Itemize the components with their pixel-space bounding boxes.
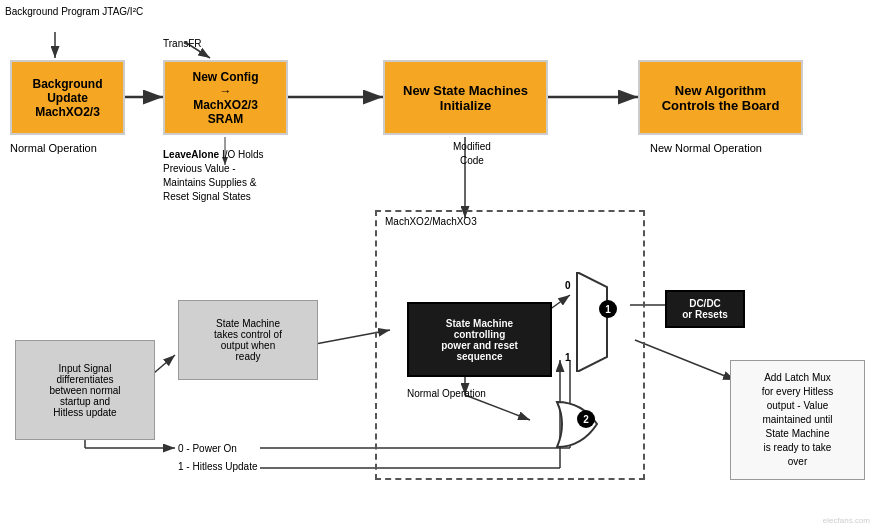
machxo-region: MachXO2/MachXO3 State Machine controllin…	[375, 210, 645, 480]
transfer-label: TransFR	[163, 38, 202, 49]
normal-operation-inner: Normal Operation	[407, 387, 486, 400]
svg-marker-22	[577, 272, 607, 372]
add-latch-box: Add Latch Mux for every Hitless output -…	[730, 360, 865, 480]
input-signal-box: Input Signal differentiates between norm…	[15, 340, 155, 440]
normal-operation-right: New Normal Operation	[650, 142, 762, 154]
state-machine-gray-box: State Machine takes control of output wh…	[178, 300, 318, 380]
new-algorithm-box: New Algorithm Controls the Board	[638, 60, 803, 135]
mux1-zero-label: 0	[565, 280, 571, 291]
new-state-machines-box: New State Machines Initialize	[383, 60, 548, 135]
state-machine-black-box: State Machine controlling power and rese…	[407, 302, 552, 377]
background-update-box: Background Update MachXO2/3	[10, 60, 125, 135]
normal-operation-left: Normal Operation	[10, 142, 97, 154]
modified-code-label: ModifiedCode	[453, 140, 491, 168]
svg-line-19	[635, 340, 735, 380]
circle-1: 1	[599, 300, 617, 318]
new-config-box: New Config → MachXO2/3 SRAM	[163, 60, 288, 135]
machxo-label: MachXO2/MachXO3	[385, 216, 477, 227]
leave-alone-label: LeaveAlone I/O HoldsPrevious Value -Main…	[163, 148, 264, 204]
dc-dc-label: DC/DC or Resets	[665, 290, 745, 328]
bg-program-label: Background Program JTAG/I²C	[5, 5, 143, 18]
watermark: elecfans.com	[823, 516, 870, 525]
mux1-one-label: 1	[565, 352, 571, 363]
circle-2: 2	[577, 410, 595, 428]
power-hitless-labels: 0 - Power On 1 - Hitless Update	[178, 440, 257, 476]
